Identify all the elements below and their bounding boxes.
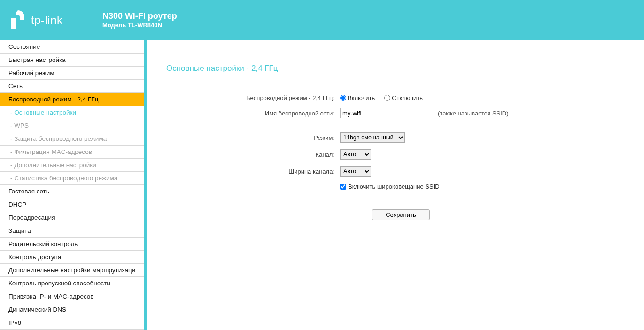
nav-quick-setup[interactable]: Быстрая настройка [0,54,144,67]
separator [166,83,636,83]
row-wireless-enable: Беспроводной режим - 2,4 ГГц: Включить О… [166,94,636,101]
select-mode[interactable]: 11bgn смешанный [340,132,405,143]
row-mode: Режим: 11bgn смешанный [166,132,636,143]
save-button[interactable]: Сохранить [372,209,430,220]
row-channel-width: Ширина канала: Авто [166,166,636,177]
nav-access[interactable]: Контроль доступа [0,251,144,264]
nav-parental[interactable]: Родительский контроль [0,238,144,251]
nav-bandwidth[interactable]: Контроль пропускной способности [0,277,144,290]
input-ssid[interactable] [340,108,429,118]
row-channel: Канал: Авто [166,149,636,160]
checkbox-ssid-broadcast-label: Включить широковещание SSID [348,183,440,190]
nav-forwarding[interactable]: Переадресация [0,211,144,224]
nav-status[interactable]: Состояние [0,40,144,54]
nav-routing[interactable]: Дополнительные настройки маршрутизаци [0,264,144,277]
top-banner: tp-link N300 Wi-Fi роутер Модель TL-WR84… [0,0,644,40]
radio-disable[interactable]: Отключить [384,94,423,101]
checkbox-ssid-broadcast[interactable]: Включить широковещание SSID [340,183,440,190]
nav-ipv6[interactable]: IPv6 [0,316,144,330]
nav-wireless-stats[interactable]: - Статистика беспроводного режима [0,172,144,185]
save-row: Сохранить [166,209,636,220]
nav-wireless[interactable]: Беспроводной режим - 2,4 ГГц [0,93,144,106]
nav-wireless-wps[interactable]: - WPS [0,119,144,132]
nav-ddns[interactable]: Динамический DNS [0,303,144,316]
row-ssid-broadcast: Включить широковещание SSID [166,183,636,190]
label-ssid: Имя беспроводной сети: [166,110,340,117]
radio-enable[interactable]: Включить [340,94,375,101]
checkbox-ssid-broadcast-input[interactable] [340,184,346,190]
row-ssid: Имя беспроводной сети: (также называется… [166,108,636,118]
nav-guest[interactable]: Гостевая сеть [0,185,144,198]
nav-wireless-advanced[interactable]: - Дополнительные настройки [0,159,144,172]
nav-security[interactable]: Защита [0,224,144,238]
radio-enable-label: Включить [348,94,375,101]
brand-logo: tp-link [8,9,102,31]
main-content: Основные настройки - 2,4 ГГц Беспроводно… [147,40,644,330]
select-channel-width[interactable]: Авто [340,166,371,177]
label-channel-width: Ширина канала: [166,168,340,175]
nav-network[interactable]: Сеть [0,80,144,93]
brand-name: tp-link [31,14,63,27]
separator-bottom [166,197,636,197]
product-info: N300 Wi-Fi роутер Модель TL-WR840N [102,11,177,30]
label-channel: Канал: [166,151,340,158]
tp-link-icon [8,9,27,31]
radio-disable-label: Отключить [392,94,423,101]
nav-wireless-basic[interactable]: - Основные настройки [0,106,144,119]
nav-ipmac[interactable]: Привязка IP- и MAC-адресов [0,290,144,303]
radio-enable-input[interactable] [340,95,346,101]
radio-disable-input[interactable] [384,95,390,101]
sidebar-nav: Состояние Быстрая настройка Рабочий режи… [0,40,147,330]
nav-operation-mode[interactable]: Рабочий режим [0,67,144,80]
nav-wireless-security[interactable]: - Защита беспроводного режима [0,132,144,146]
select-channel[interactable]: Авто [340,149,371,160]
page-title: Основные настройки - 2,4 ГГц [166,64,636,83]
product-model: Модель TL-WR840N [102,22,177,30]
nav-wireless-mac[interactable]: - Фильтрация MAC-адресов [0,146,144,159]
label-wireless-mode: Беспроводной режим - 2,4 ГГц: [166,94,340,101]
hint-ssid: (также называется SSID) [438,110,509,117]
nav-dhcp[interactable]: DHCP [0,198,144,211]
label-mode: Режим: [166,134,340,141]
product-title: N300 Wi-Fi роутер [102,11,177,22]
